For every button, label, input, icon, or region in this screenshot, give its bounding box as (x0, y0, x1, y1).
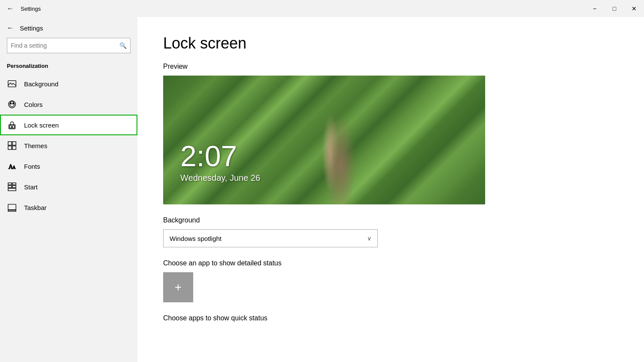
sidebar-item-start[interactable]: Start (0, 176, 137, 197)
maximize-button[interactable]: □ (605, 0, 624, 17)
minimize-button[interactable]: − (585, 0, 605, 17)
svg-rect-16 (12, 186, 16, 188)
svg-rect-8 (12, 142, 16, 145)
sidebar-back[interactable]: ← Settings (0, 21, 137, 34)
svg-rect-18 (8, 204, 16, 210)
close-button[interactable]: ✕ (624, 0, 644, 17)
titlebar: ← Settings − □ ✕ (0, 0, 644, 17)
background-dropdown-container: Windows spotlight ∨ (163, 229, 378, 247)
preview-date: Wednesday, June 26 (180, 173, 260, 183)
svg-rect-17 (8, 189, 16, 191)
sidebar-section-label: Personalization (0, 60, 137, 73)
svg-text:A: A (12, 165, 16, 170)
search-box[interactable]: 🔍 (7, 38, 131, 53)
detailed-status-label: Choose an app to show detailed status (163, 259, 618, 267)
svg-point-6 (12, 126, 13, 128)
preview-landscape: 2:07 Wednesday, June 26 (163, 76, 485, 204)
detailed-status-section: Choose an app to show detailed status + (163, 259, 618, 302)
app-body: ← Settings 🔍 Personalization Background (0, 17, 644, 362)
sidebar: ← Settings 🔍 Personalization Background (0, 17, 137, 362)
titlebar-controls: − □ ✕ (585, 0, 644, 17)
chevron-down-icon: ∨ (367, 235, 371, 242)
quick-status-section: Choose apps to show quick status (163, 314, 618, 322)
svg-rect-19 (8, 210, 16, 211)
sidebar-item-taskbar-label: Taskbar (24, 204, 47, 211)
svg-rect-14 (12, 183, 16, 185)
themes-icon (7, 140, 17, 151)
plus-icon: + (175, 280, 182, 294)
search-input[interactable] (11, 42, 119, 49)
preview-overlay: 2:07 Wednesday, June 26 (180, 141, 260, 183)
background-dropdown[interactable]: Windows spotlight ∨ (163, 229, 378, 247)
main-content: Lock screen Preview 2:07 Wednesday, June… (137, 17, 644, 362)
start-icon (7, 182, 17, 192)
search-icon: 🔍 (119, 42, 127, 49)
nav-back-arrow: ← (7, 24, 14, 32)
fonts-icon: A A (7, 161, 17, 171)
sidebar-item-taskbar[interactable]: Taskbar (0, 197, 137, 218)
lock-screen-icon (7, 120, 17, 130)
svg-rect-9 (8, 146, 12, 149)
svg-point-2 (10, 103, 12, 104)
svg-rect-10 (12, 146, 16, 149)
sidebar-item-colors[interactable]: Colors (0, 94, 137, 115)
sidebar-item-start-label: Start (24, 183, 38, 191)
sidebar-item-themes[interactable]: Themes (0, 135, 137, 156)
sidebar-item-lockscreen[interactable]: Lock screen (0, 115, 137, 135)
svg-rect-13 (8, 183, 12, 185)
colors-icon (7, 99, 17, 110)
nav-back-title: Settings (20, 24, 43, 32)
add-app-button[interactable]: + (163, 272, 193, 302)
back-arrow: ← (7, 5, 14, 12)
sidebar-item-colors-label: Colors (24, 101, 43, 108)
sidebar-item-background[interactable]: Background (0, 73, 137, 94)
quick-status-label: Choose apps to show quick status (163, 314, 618, 322)
svg-point-3 (12, 103, 14, 104)
sidebar-item-lockscreen-label: Lock screen (24, 122, 59, 129)
preview-time: 2:07 (180, 141, 260, 170)
sidebar-item-fonts-label: Fonts (24, 163, 40, 170)
titlebar-left: ← Settings (7, 5, 41, 12)
svg-rect-7 (8, 142, 12, 145)
sidebar-item-fonts[interactable]: A A Fonts (0, 156, 137, 176)
svg-rect-15 (8, 186, 12, 188)
lock-screen-preview: 2:07 Wednesday, June 26 (163, 76, 485, 204)
background-section-label: Background (163, 216, 618, 224)
page-title: Lock screen (163, 34, 618, 52)
taskbar-icon (7, 202, 17, 213)
preview-label: Preview (163, 63, 618, 70)
background-icon (7, 79, 17, 89)
sidebar-item-themes-label: Themes (24, 142, 47, 149)
background-section: Background Windows spotlight ∨ (163, 216, 618, 247)
background-dropdown-value: Windows spotlight (170, 235, 222, 242)
sidebar-item-background-label: Background (24, 80, 58, 88)
titlebar-title: Settings (21, 6, 41, 12)
